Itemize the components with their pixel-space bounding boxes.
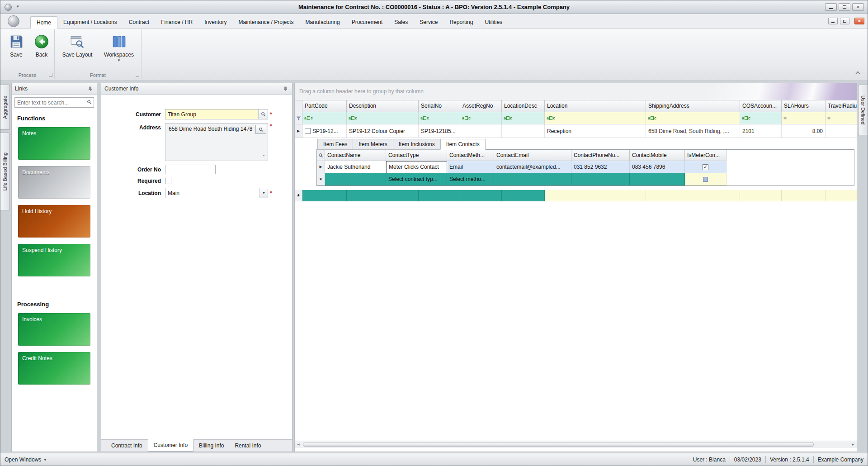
new-cell-contactphone[interactable]: [571, 173, 630, 185]
filter-cell-locationdesc[interactable]: ac: [502, 112, 545, 124]
filter-cell-cosaccount[interactable]: ac: [740, 112, 782, 124]
cell-contactphone[interactable]: 031 852 9632: [571, 161, 630, 173]
new-cell-serialno[interactable]: [419, 190, 460, 201]
format-dialog-launcher[interactable]: [136, 73, 139, 77]
tab-item-fees[interactable]: Item Fees: [317, 139, 353, 150]
ribbon-tab-reporting[interactable]: Reporting: [443, 16, 479, 29]
column-header-locationdesc[interactable]: LocationDesc: [502, 100, 545, 112]
ribbon-tab-home[interactable]: Home: [30, 16, 57, 29]
checked-checkbox[interactable]: ✓: [703, 164, 708, 170]
ribbon-tab-manufacturing[interactable]: Manufacturing: [300, 16, 346, 29]
invoices-button[interactable]: Invoices: [18, 313, 90, 346]
suspend-history-button[interactable]: Suspend History: [18, 244, 90, 276]
child-minimize-button[interactable]: [828, 18, 838, 24]
cell-contactmobile[interactable]: 083 456 7896: [630, 161, 685, 173]
cell-serialno[interactable]: SP19-12185...: [419, 124, 460, 138]
filter-cell-shippingaddress[interactable]: ac: [646, 112, 740, 124]
links-search-input[interactable]: [15, 100, 87, 106]
scroll-left-button[interactable]: ◄: [295, 441, 302, 448]
detail-search-header[interactable]: [317, 150, 325, 161]
column-header-travelradius[interactable]: TravelRadiu...: [826, 100, 857, 112]
cell-travelradius[interactable]: [826, 124, 857, 138]
ribbon-collapse-button[interactable]: [854, 70, 861, 77]
open-windows-button[interactable]: Open Windows ▾: [5, 456, 46, 463]
child-close-button[interactable]: ×: [854, 18, 864, 24]
cell-description[interactable]: SP19-12 Colour Copier: [347, 124, 419, 138]
filter-cell-slahours[interactable]: =: [782, 112, 826, 124]
side-tab-aggregate[interactable]: Aggregate: [0, 85, 10, 130]
workspaces-button[interactable]: Workspaces ▼: [100, 32, 138, 70]
ribbon-tab-inventory[interactable]: Inventory: [198, 16, 232, 29]
tab-item-inclusions[interactable]: Item Inclusions: [393, 139, 440, 150]
filter-cell-description[interactable]: ac: [347, 112, 419, 124]
new-cell-contactname[interactable]: [325, 173, 386, 185]
new-cell-description[interactable]: [347, 190, 419, 201]
ribbon-tab-maintenance-projects[interactable]: Maintenance / Projects: [233, 16, 300, 29]
pin-button[interactable]: [283, 86, 289, 92]
cell-contactemail[interactable]: contactemail@exampled...: [494, 161, 571, 173]
tab-billing-info[interactable]: Billing Info: [193, 440, 229, 452]
restore-button[interactable]: [839, 3, 850, 11]
column-header-shippingaddress[interactable]: ShippingAddress: [646, 100, 740, 112]
column-header-location[interactable]: Location: [545, 100, 646, 112]
process-dialog-launcher[interactable]: [49, 73, 52, 77]
cell-slahours[interactable]: 8.00: [782, 124, 826, 138]
column-header-cosaccount[interactable]: COSAccoun...: [740, 100, 782, 112]
chevron-down-icon[interactable]: ▼: [259, 188, 268, 198]
new-cell-ismetercontact[interactable]: [685, 173, 726, 185]
tab-customer-info[interactable]: Customer Info: [148, 439, 193, 452]
required-checkbox[interactable]: [165, 178, 171, 184]
ribbon-tab-service[interactable]: Service: [414, 16, 443, 29]
tab-contract-info[interactable]: Contract Info: [106, 440, 148, 452]
documents-button[interactable]: Documents: [18, 166, 90, 199]
new-cell-location[interactable]: [545, 190, 646, 201]
side-tab-life-based-billing[interactable]: Life Based Billing: [0, 133, 10, 210]
column-header-assetregno[interactable]: AssetRegNo: [460, 100, 502, 112]
new-cell-travelradius[interactable]: [826, 190, 857, 201]
order-no-input[interactable]: [165, 165, 216, 174]
scrollbar-thumb[interactable]: [303, 442, 814, 447]
column-header-contactmobile[interactable]: ContactMobile: [630, 150, 685, 161]
customer-search-button[interactable]: [258, 109, 268, 119]
column-header-ismetercontact[interactable]: IsMeterCon...: [685, 150, 726, 161]
minimize-button[interactable]: [825, 3, 837, 11]
tab-item-contacts[interactable]: Item Contacts: [440, 139, 486, 150]
cell-ismetercontact[interactable]: ✓: [685, 161, 726, 173]
filter-cell-assetregno[interactable]: ac: [460, 112, 502, 124]
collapse-detail-icon[interactable]: −: [305, 128, 311, 134]
new-cell-cosaccount[interactable]: [740, 190, 782, 201]
new-cell-assetregno[interactable]: [460, 190, 502, 201]
new-cell-contactemail[interactable]: [494, 173, 571, 185]
column-header-serialno[interactable]: SerialNo: [419, 100, 460, 112]
new-cell-locationdesc[interactable]: [502, 190, 545, 201]
cell-shippingaddress[interactable]: 658 Dime Road, South Riding, ,...: [646, 124, 740, 138]
address-search-button[interactable]: [255, 125, 266, 134]
filter-cell-partcode[interactable]: ac: [302, 112, 347, 124]
location-dropdown[interactable]: Main ▼: [165, 188, 268, 198]
credit-notes-button[interactable]: Credit Notes: [18, 352, 90, 385]
column-header-contacttype[interactable]: ContactType: [386, 150, 447, 161]
save-button[interactable]: Save: [3, 32, 29, 70]
new-cell-contactmobile[interactable]: [630, 173, 685, 185]
ribbon-tab-utilities[interactable]: Utilities: [479, 16, 508, 29]
ribbon-tab-contract[interactable]: Contract: [123, 16, 155, 29]
ribbon-tab-procurement[interactable]: Procurement: [346, 16, 389, 29]
column-header-contactname[interactable]: ContactName: [325, 150, 386, 161]
new-cell-contacttype[interactable]: Select contract typ...: [386, 173, 447, 185]
column-header-description[interactable]: Description: [347, 100, 419, 112]
new-cell-shippingaddress[interactable]: [646, 190, 740, 201]
cell-contactname[interactable]: Jackie Sutherland: [325, 161, 386, 173]
new-cell-slahours[interactable]: [782, 190, 826, 201]
filter-cell-location[interactable]: ac: [545, 112, 646, 124]
cell-assetregno[interactable]: [460, 124, 502, 138]
cell-contacttype-editor[interactable]: Meter Clicks Contact: [386, 161, 447, 173]
cell-partcode[interactable]: −SP19-12...: [302, 124, 347, 138]
ribbon-tab-equipment-locations[interactable]: Equipment / Locations: [57, 16, 123, 29]
ribbon-tab-finance-hr[interactable]: Finance / HR: [155, 16, 198, 29]
column-header-slahours[interactable]: SLAHours: [782, 100, 826, 112]
scroll-right-button[interactable]: ►: [849, 441, 857, 448]
scroll-down-icon[interactable]: ▼: [262, 152, 265, 159]
cell-location[interactable]: Reception: [545, 124, 646, 138]
ribbon-tab-sales[interactable]: Sales: [388, 16, 414, 29]
bpo-logo-icon[interactable]: [8, 15, 19, 27]
